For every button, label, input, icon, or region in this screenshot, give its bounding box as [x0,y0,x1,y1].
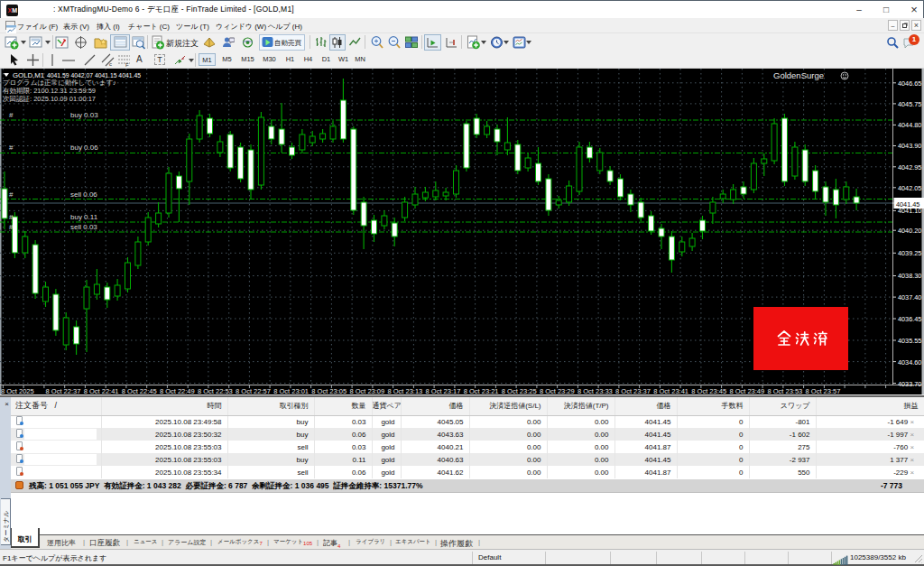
svg-text:8 Oct 23:33: 8 Oct 23:33 [578,387,613,394]
svg-text:8 Oct 23:25: 8 Oct 23:25 [502,387,537,394]
svg-text:8 Oct 23:45: 8 Oct 23:45 [691,387,726,394]
svg-text:8 Oct 23:57: 8 Oct 23:57 [806,387,841,394]
svg-text:#: # [9,144,14,152]
svg-text:sell 0.03: sell 0.03 [70,223,97,231]
svg-text:4042.95: 4042.95 [898,163,921,172]
svg-text:4043.90: 4043.90 [898,142,921,150]
svg-text:8 Oct 23:17: 8 Oct 23:17 [426,387,461,394]
svg-text:4035.55: 4035.55 [898,337,921,345]
svg-text:4037.40: 4037.40 [898,293,921,302]
svg-text:8 Oct 22:49: 8 Oct 22:49 [160,387,195,394]
svg-text:sell 0.06: sell 0.06 [70,190,97,199]
svg-text:#: # [9,190,14,199]
svg-text:8 Oct 23:41: 8 Oct 23:41 [653,387,688,394]
svg-text:buy 0.06: buy 0.06 [70,144,98,152]
svg-text:#: # [9,213,14,221]
svg-text:8 Oct 22:57: 8 Oct 22:57 [236,387,271,394]
svg-text:8 Oct 22:53: 8 Oct 22:53 [198,387,233,394]
svg-text:F: F [125,62,129,67]
svg-text:8 Oct 23:09: 8 Oct 23:09 [349,387,384,394]
svg-text:4041.45: 4041.45 [896,200,919,209]
svg-text:4041.59 4042.07 4041.15 4041.4: 4041.59 4042.07 4041.15 4041.45 [47,72,141,79]
svg-text:4034.60: 4034.60 [898,358,921,367]
svg-text:4044.80: 4044.80 [898,121,921,129]
svg-text:8 Oct 23:01: 8 Oct 23:01 [273,387,309,394]
svg-text:8 Oct 22:45: 8 Oct 22:45 [122,387,157,394]
svg-text:8 Oct 23:53: 8 Oct 23:53 [768,387,803,394]
svg-text:4042.05: 4042.05 [898,184,921,192]
svg-text:8 Oct 23:13: 8 Oct 23:13 [388,387,423,394]
svg-text:c: c [109,61,112,67]
svg-text:buy 0.03: buy 0.03 [70,111,98,119]
svg-text:8 Oct 23:05: 8 Oct 23:05 [311,387,346,394]
svg-text:buy 0.11: buy 0.11 [70,213,98,221]
svg-text:4038.30: 4038.30 [898,272,921,280]
svg-text:#: # [9,111,14,119]
svg-text:4045.75: 4045.75 [898,100,921,108]
svg-text:#: # [9,223,14,231]
svg-text:8 Oct 22:41: 8 Oct 22:41 [84,387,119,394]
svg-text:GoldenSurge: GoldenSurge [773,70,824,80]
svg-text:4039.25: 4039.25 [898,249,921,257]
svg-text:4036.45: 4036.45 [898,315,921,323]
svg-text:4040.20: 4040.20 [898,227,921,235]
svg-text:8 Oct 23:21: 8 Oct 23:21 [464,387,499,394]
svg-text:4046.65: 4046.65 [898,79,921,88]
svg-text:4033.70: 4033.70 [898,380,921,388]
svg-text:次回認証: 2025.10.09 01:00:17: 次回認証: 2025.10.09 01:00:17 [3,95,96,103]
svg-text:プログラムは正常に動作しています♪: プログラムは正常に動作しています♪ [3,79,116,87]
svg-text:8 Oct 2025: 8 Oct 2025 [1,387,34,394]
svg-text:8 Oct 23:37: 8 Oct 23:37 [615,387,651,394]
svg-text:8 Oct 22:37: 8 Oct 22:37 [46,387,81,394]
svg-text:8 Oct 23:49: 8 Oct 23:49 [729,387,764,394]
svg-text:8 Oct 23:29: 8 Oct 23:29 [540,387,575,394]
